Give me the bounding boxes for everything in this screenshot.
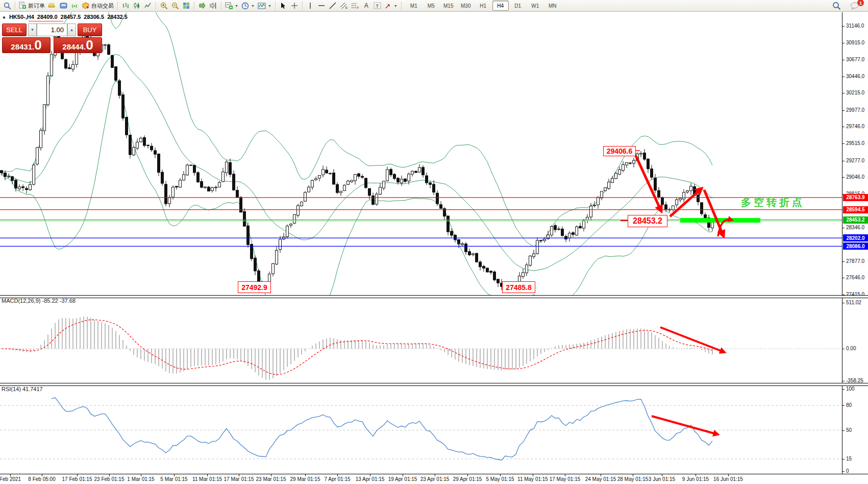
timeframe-button-H4[interactable]: H4 [492,1,509,11]
bar-chart-icon [122,2,129,9]
candle-body [236,190,239,198]
candle-body [11,177,14,181]
text-label-button[interactable]: T [372,1,383,11]
timeframe-button-M5[interactable]: M5 [423,1,439,11]
candle-body [479,262,482,267]
date-tick-mark [601,474,601,476]
mt4-application-window: 新订单 自动交易 [0,0,868,484]
timeframe-button-M30[interactable]: M30 [458,1,474,11]
candlestick-chart-button[interactable] [131,1,142,11]
tile-windows-button[interactable] [181,1,192,11]
line-chart-button[interactable] [142,1,154,11]
axis-tick-mark [842,77,845,77]
timeframe-button-M15[interactable]: M15 [440,1,457,11]
horizontal-line-button[interactable] [316,1,327,11]
annotation-low-march-label[interactable]: 27492.9 [238,281,271,293]
clock-icon [241,2,249,10]
svg-text:T: T [376,4,379,9]
bar-chart-button[interactable] [120,1,131,11]
date-label: 23 Feb 01:15 [94,476,125,482]
sell-price[interactable]: 28431.0 [2,37,51,53]
volume-increase-button[interactable]: ▲ [67,23,76,36]
rsi-pane[interactable] [0,385,842,473]
signals-button[interactable] [69,1,80,11]
date-label: 28 May 01:15 [617,476,649,482]
chart-shift-button[interactable] [208,1,219,11]
new-chart-button[interactable]: ▼ [224,1,240,11]
community-button[interactable] [58,1,69,11]
axis-tick-mark [842,177,845,178]
timeframe-button-MN[interactable]: MN [544,1,561,11]
sell-button[interactable]: SELL [2,23,27,36]
date-tick-mark [239,474,239,476]
collapse-panel-icon[interactable]: ▲ [2,15,6,19]
candle-body [340,191,342,193]
market-watch-button[interactable] [46,1,58,11]
cursor-button[interactable] [278,1,289,11]
equidistant-channel-button[interactable]: E [338,1,350,11]
pane-divider[interactable] [0,383,868,386]
timeframe-button-D1[interactable]: D1 [510,1,526,11]
vertical-line-button[interactable] [305,1,316,11]
pane-divider[interactable] [0,295,868,298]
indicators-button[interactable]: ▼ [256,1,273,11]
zoom-in-button[interactable] [158,1,169,11]
candle-body [304,192,307,201]
macd-pane[interactable] [0,297,842,383]
candle-body [301,202,303,206]
trendline-button[interactable] [327,1,338,11]
price-axis[interactable]: 31146.030915.030677.030446.030215.029977… [842,12,868,474]
buy-price[interactable]: 28444.0 [54,37,102,53]
auto-scroll-button[interactable] [196,1,208,11]
date-label: 29 Mar 01:15 [290,476,320,482]
symbol-title: HK50-,H4 [9,14,34,20]
candle-body [601,191,603,198]
annotation-low-may-label[interactable]: 27485.8 [502,281,535,293]
candle-body [365,178,367,187]
candle-body [183,175,185,180]
candle-body [161,172,164,183]
new-order-button[interactable]: 新订单 [17,1,46,11]
candle-body [483,267,485,269]
autotrading-button[interactable]: 自动交易 [80,1,115,11]
zoom-out-button[interactable] [169,1,181,11]
date-tick-mark [207,474,208,476]
date-label: 17 Mar 01:15 [224,476,254,482]
date-tick-mark [435,474,435,476]
volume-input[interactable] [37,23,67,36]
chart-profile-button[interactable] [2,1,13,11]
candle-body [18,187,21,189]
timeframe-button-M1[interactable]: M1 [406,1,422,11]
candle-body [226,162,228,173]
rsi-line [52,398,712,460]
date-axis[interactable]: Feb 20218 Feb 05:0017 Feb 01:1523 Feb 01… [0,474,868,484]
candle-body [122,95,125,118]
buy-button[interactable]: BUY [78,23,102,36]
fibonacci-button[interactable]: F [350,1,361,11]
candle-body [126,117,128,135]
horizontal-line-icon [318,3,325,8]
candle-body [347,181,350,185]
trendline-icon [329,2,336,9]
main-chart-canvas[interactable] [0,12,842,295]
annotation-pivot-text[interactable]: 多空转折点 [741,196,805,209]
axis-tick-mark [842,127,845,127]
arrows-shapes-button[interactable]: ▼ [383,1,399,11]
text-button[interactable]: A [361,1,372,11]
volume-decrease-button[interactable]: ▼ [28,23,37,36]
date-tick-mark [337,474,338,476]
candle-body [179,180,182,187]
candle-body [286,226,289,237]
timeframe-button-W1[interactable]: W1 [527,1,543,11]
candle-body [633,160,635,163]
crosshair-button[interactable] [289,1,300,11]
annotation-pivot-label[interactable]: 28453.2 [628,215,667,227]
periods-button[interactable]: ▼ [240,1,256,11]
candle-body [326,170,328,173]
notifications-button[interactable]: 1 [849,1,861,11]
gold-ingot-icon [48,3,56,9]
search-button[interactable] [831,1,842,11]
candle-body [576,227,578,235]
annotation-swing-high-label[interactable]: 29406.6 [603,146,636,156]
timeframe-button-H1[interactable]: H1 [475,1,491,11]
